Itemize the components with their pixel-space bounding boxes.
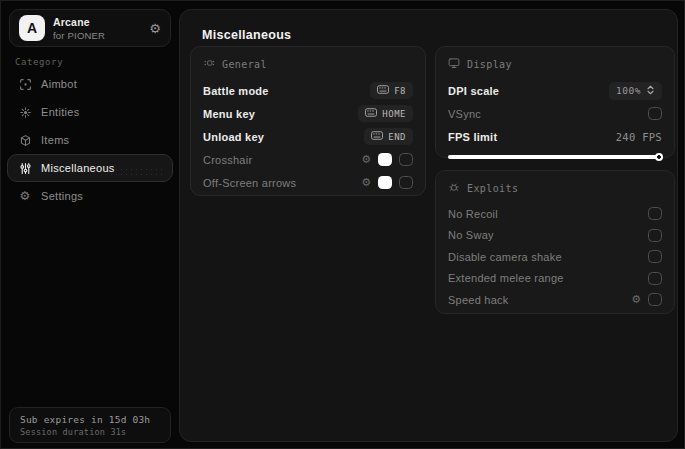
sidebar-item-entities[interactable]: Entities xyxy=(7,98,173,126)
offscreen-arrows-checkbox[interactable] xyxy=(399,176,413,189)
speed-hack-label: Speed hack xyxy=(448,294,509,306)
exploits-section-header: Exploits xyxy=(448,180,662,196)
offscreen-arrows-row: Off-Screen arrows ⚙ xyxy=(203,171,413,194)
crosshair-label: Crosshair xyxy=(203,154,252,166)
app-header-card: A Arcane for PIONER ⚙ xyxy=(9,9,171,47)
extended-melee-range-row: Extended melee range xyxy=(448,268,662,290)
speed-hack-checkbox[interactable] xyxy=(648,293,662,306)
sidebar-item-items[interactable]: Items xyxy=(7,126,173,154)
sidebar-nav: Aimbot Entities Items xyxy=(7,70,173,210)
entities-icon xyxy=(18,106,32,119)
dpi-scale-row: DPI scale 100% xyxy=(448,79,662,102)
speed-hack-row: Speed hack ⚙ xyxy=(448,289,662,311)
session-duration-text: Session duration 31s xyxy=(20,427,160,437)
menu-key-keybind[interactable]: HOME xyxy=(358,105,413,122)
page-title: Miscellaneous xyxy=(202,28,291,42)
keybind-value: END xyxy=(388,132,406,142)
gear-icon[interactable]: ⚙ xyxy=(631,294,641,305)
app-title-block: Arcane for PIONER xyxy=(53,16,105,41)
vsync-label: VSync xyxy=(448,108,481,120)
gear-icon[interactable]: ⚙ xyxy=(149,22,161,35)
fps-limit-value: 240 FPS xyxy=(616,131,662,143)
keyboard-icon xyxy=(365,108,377,119)
crosshair-scan-icon xyxy=(18,78,32,91)
sidebar-item-aimbot[interactable]: Aimbot xyxy=(7,70,173,98)
no-recoil-row: No Recoil xyxy=(448,203,662,225)
general-section-header: General xyxy=(203,56,413,72)
main-panel: Miscellaneous General Battle mode xyxy=(179,9,678,442)
slider-knob[interactable] xyxy=(655,153,663,161)
app-name: Arcane xyxy=(53,16,105,28)
sidebar-item-label: Settings xyxy=(41,190,83,202)
gear-icon[interactable]: ⚙ xyxy=(361,154,371,165)
disable-camera-shake-row: Disable camera shake xyxy=(448,246,662,268)
gear-icon[interactable]: ⚙ xyxy=(361,177,371,188)
app-subtitle: for PIONER xyxy=(53,30,105,41)
unload-key-row: Unload key END xyxy=(203,125,413,148)
sidebar-item-label: Aimbot xyxy=(41,78,77,90)
no-sway-checkbox[interactable] xyxy=(648,229,662,242)
app-logo: A xyxy=(19,15,45,41)
crosshair-color-swatch[interactable] xyxy=(378,153,392,166)
keyboard-icon xyxy=(377,85,389,96)
menu-key-row: Menu key HOME xyxy=(203,102,413,125)
vsync-row: VSync xyxy=(448,102,662,125)
sidebar: A Arcane for PIONER ⚙ Category Aimbot xyxy=(1,1,179,449)
general-section-label: General xyxy=(222,59,267,70)
display-card: Display DPI scale 100% VSync FPS limit 2… xyxy=(435,46,675,158)
vsync-checkbox[interactable] xyxy=(648,107,662,120)
extended-melee-range-checkbox[interactable] xyxy=(648,272,662,285)
unfold-icon xyxy=(646,85,655,97)
fps-limit-slider[interactable] xyxy=(448,153,662,161)
display-section-header: Display xyxy=(448,56,662,72)
battle-mode-row: Battle mode F8 xyxy=(203,79,413,102)
dpi-scale-value: 100% xyxy=(616,85,641,96)
crosshair-checkbox[interactable] xyxy=(399,153,413,166)
sidebar-item-label: Items xyxy=(41,134,69,146)
battle-mode-keybind[interactable]: F8 xyxy=(370,82,413,99)
disable-camera-shake-checkbox[interactable] xyxy=(648,250,662,263)
gear-icon: ⚙ xyxy=(18,190,32,202)
no-sway-row: No Sway xyxy=(448,225,662,247)
package-icon xyxy=(18,134,32,147)
sidebar-item-label: Miscellaneous xyxy=(41,162,115,174)
slider-fill xyxy=(448,155,662,159)
fps-limit-row: FPS limit 240 FPS xyxy=(448,125,662,148)
sidebar-item-settings[interactable]: ⚙ Settings xyxy=(7,182,173,210)
sidebar-item-label: Entities xyxy=(41,106,79,118)
sliders-icon xyxy=(18,162,32,175)
exploits-card: Exploits No Recoil No Sway Disable camer… xyxy=(435,170,675,314)
fps-limit-label: FPS limit xyxy=(448,131,497,143)
no-recoil-label: No Recoil xyxy=(448,208,498,220)
battle-mode-label: Battle mode xyxy=(203,85,269,97)
general-card: General Battle mode F8 Menu key xyxy=(190,46,426,196)
extended-melee-range-label: Extended melee range xyxy=(448,272,564,284)
list-grid-icon xyxy=(203,57,215,71)
subscription-info-card: Sub expires in 15d 03h Session duration … xyxy=(9,407,171,443)
offscreen-arrows-label: Off-Screen arrows xyxy=(203,177,296,189)
disable-camera-shake-label: Disable camera shake xyxy=(448,251,562,263)
keybind-value: F8 xyxy=(394,86,406,96)
sidebar-item-miscellaneous[interactable]: Miscellaneous xyxy=(7,154,173,182)
no-recoil-checkbox[interactable] xyxy=(648,207,662,220)
keybind-value: HOME xyxy=(382,109,406,119)
display-section-label: Display xyxy=(467,59,512,70)
sub-expires-text: Sub expires in 15d 03h xyxy=(20,414,160,425)
unload-key-keybind[interactable]: END xyxy=(364,128,413,145)
menu-key-label: Menu key xyxy=(203,108,255,120)
exploits-section-label: Exploits xyxy=(467,183,518,194)
category-label: Category xyxy=(15,57,63,67)
dpi-scale-label: DPI scale xyxy=(448,85,499,97)
no-sway-label: No Sway xyxy=(448,229,494,241)
offscreen-arrows-color-swatch[interactable] xyxy=(378,176,392,189)
dpi-scale-select[interactable]: 100% xyxy=(609,82,662,100)
unload-key-label: Unload key xyxy=(203,131,264,143)
monitor-icon xyxy=(448,57,460,71)
keyboard-icon xyxy=(371,131,383,142)
crosshair-row: Crosshair ⚙ xyxy=(203,148,413,171)
bug-icon xyxy=(448,181,460,195)
arcane-menu-window: { "app": { "name": "Arcane", "subtitle":… xyxy=(0,0,685,449)
